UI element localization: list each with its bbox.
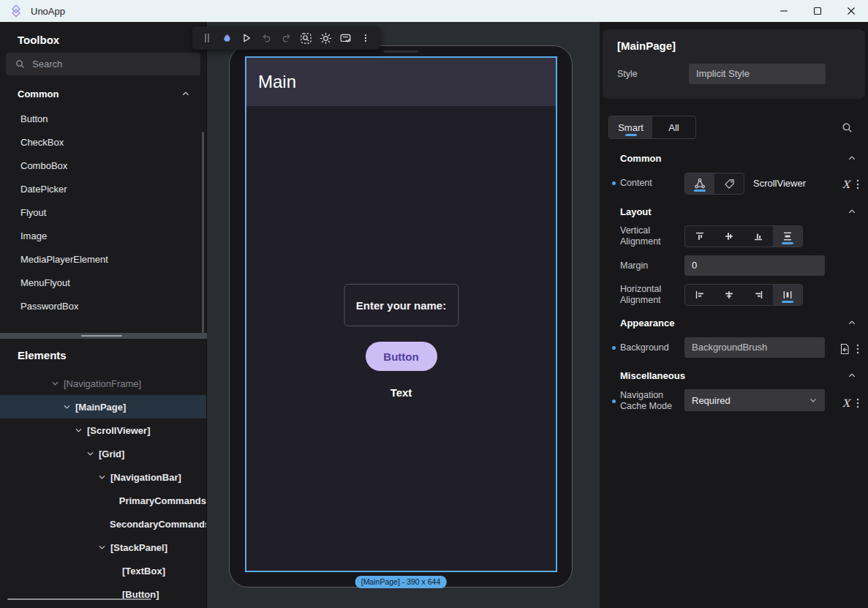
toolbox-section-common[interactable]: Common <box>0 86 206 102</box>
titlebar: UnoApp <box>0 0 868 22</box>
vertical-alignment-toggle <box>684 225 803 247</box>
selection-size-badge: [MainPage] - 390 x 644 <box>355 576 447 588</box>
chevron-down-icon[interactable] <box>98 544 110 552</box>
property-row-content: Content ScrollViewer X <box>600 173 868 195</box>
align-right-button[interactable] <box>744 285 773 305</box>
section-common[interactable]: Common <box>600 151 868 165</box>
preview-navigation-bar[interactable]: Main <box>246 58 556 106</box>
kebab-menu-icon[interactable] <box>856 344 859 354</box>
toolbox-item-datepicker[interactable]: DatePicker <box>0 178 206 201</box>
content-element-toggle[interactable] <box>685 173 714 194</box>
stretch-vertical-button[interactable] <box>773 226 802 247</box>
preview-button[interactable]: Button <box>366 342 437 371</box>
property-row-vertical-alignment: Vertical Alignment <box>600 225 868 247</box>
tree-item-primarycommands[interactable]: PrimaryCommands <box>0 489 206 512</box>
design-canvas[interactable]: Main Enter your name: Button Text [MainP… <box>207 22 600 608</box>
toolbox-item-menuflyout[interactable]: MenuFlyout <box>0 271 206 295</box>
section-miscellaneous[interactable]: Miscellaneous <box>600 368 868 383</box>
xbind-icon[interactable]: X <box>842 397 850 409</box>
undo-button[interactable] <box>258 29 274 48</box>
section-layout[interactable]: Layout <box>600 204 868 219</box>
tree-item-navigationframe[interactable]: [NavigationFrame] <box>0 372 206 395</box>
maximize-button[interactable] <box>801 0 834 22</box>
stretch-horizontal-button[interactable] <box>773 285 802 305</box>
chevron-up-icon <box>848 371 856 380</box>
toolbox-scrollbar[interactable] <box>202 132 204 333</box>
align-center-horizontal-button[interactable] <box>714 285 744 305</box>
selected-element-title: [MainPage] <box>617 40 853 52</box>
toolbox-item-mediaplayerelement[interactable]: MediaPlayerElement <box>0 248 206 271</box>
chevron-down-icon[interactable] <box>63 403 75 411</box>
tree-item-secondarycommands[interactable]: SecondaryCommands <box>0 512 206 536</box>
kebab-menu-icon[interactable] <box>856 179 859 189</box>
tree-item-navigationbar[interactable]: [NavigationBar] <box>0 465 206 489</box>
hot-reload-flame-icon[interactable] <box>219 29 235 48</box>
tab-smart[interactable]: Smart <box>609 116 652 138</box>
content-value-toggle[interactable] <box>714 173 744 194</box>
tree-item-button[interactable]: [Button] <box>0 582 206 606</box>
tree-item-grid[interactable]: [Grid] <box>0 442 206 465</box>
toolbox-item-combobox[interactable]: ComboBox <box>0 154 206 178</box>
more-menu-kebab-icon[interactable] <box>358 29 374 48</box>
horizontal-alignment-toggle <box>684 284 803 306</box>
property-search-icon[interactable] <box>841 121 853 134</box>
toolbox-item-passwordbox[interactable]: PasswordBox <box>0 295 206 318</box>
tree-item-scrollviewer[interactable]: [ScrollViewer] <box>0 419 206 442</box>
toolbox-item-checkbox[interactable]: CheckBox <box>0 131 206 154</box>
hierarchy-icon <box>694 178 706 189</box>
tree-item-stackpanel[interactable]: [StackPanel] <box>0 536 206 559</box>
inspect-element-button[interactable] <box>298 29 314 48</box>
chevron-down-icon[interactable] <box>98 473 110 481</box>
panel-splitter[interactable] <box>0 333 207 339</box>
minimize-button[interactable] <box>767 0 801 22</box>
selected-element-card: [MainPage] Style Implicit Style <box>603 29 865 99</box>
elements-panel: Elements [NavigationFrame] [MainPage] [S… <box>0 339 206 608</box>
property-inspector: [MainPage] Style Implicit Style Smart Al… <box>600 22 868 608</box>
uno-logo-icon <box>9 4 23 18</box>
search-input[interactable] <box>32 59 192 70</box>
align-left-button[interactable] <box>685 285 714 305</box>
play-button[interactable] <box>238 29 254 48</box>
chevron-up-icon <box>848 154 856 162</box>
tag-icon <box>724 179 735 189</box>
background-label: Background <box>620 337 684 353</box>
chevron-down-icon <box>809 396 818 405</box>
kebab-menu-icon[interactable] <box>856 398 859 408</box>
align-bottom-button[interactable] <box>744 226 773 247</box>
redo-button[interactable] <box>279 29 295 48</box>
tree-item-textbox[interactable]: [TextBox] <box>0 559 206 582</box>
preview-page[interactable]: Main Enter your name: Button Text <box>246 58 556 571</box>
align-center-vertical-button[interactable] <box>714 226 744 247</box>
toolbox-search[interactable] <box>6 53 200 75</box>
resource-document-icon[interactable] <box>839 343 850 355</box>
toolbox-item-button[interactable]: Button <box>0 108 206 131</box>
elements-title: Elements <box>18 349 206 361</box>
tab-all[interactable]: All <box>652 116 695 138</box>
theme-toggle-sun-icon[interactable] <box>318 29 334 48</box>
chevron-down-icon[interactable] <box>75 427 87 435</box>
style-input[interactable]: Implicit Style <box>689 64 826 84</box>
toolbar-drag-handle[interactable] <box>199 29 215 48</box>
toolbox-title: Toolbox <box>18 34 206 46</box>
section-appearance[interactable]: Appearance <box>600 315 868 330</box>
xbind-icon[interactable]: X <box>842 179 850 190</box>
navigation-cache-mode-select[interactable]: Required <box>684 389 825 411</box>
toolbox-item-image[interactable]: Image <box>0 225 206 248</box>
device-speaker <box>383 50 418 53</box>
align-top-button[interactable] <box>685 226 714 247</box>
chevron-up-icon <box>848 318 856 327</box>
tree-item-mainpage[interactable]: [MainPage] <box>0 395 206 419</box>
preview-textblock[interactable]: Text <box>390 386 412 399</box>
form-factor-checklist-icon[interactable] <box>338 29 354 48</box>
background-input[interactable]: BackgroundBrush <box>684 337 825 358</box>
toolbox-item-flyout[interactable]: Flyout <box>0 201 206 225</box>
elements-horizontal-scrollbar[interactable] <box>7 598 151 600</box>
margin-input[interactable]: 0 <box>684 255 825 276</box>
preview-textbox[interactable]: Enter your name: <box>344 284 458 326</box>
property-row-margin: Margin 0 <box>600 255 868 276</box>
chevron-down-icon[interactable] <box>51 380 64 388</box>
margin-label: Margin <box>620 255 684 271</box>
chevron-down-icon[interactable] <box>86 450 99 458</box>
horizontal-alignment-label: Horizontal Alignment <box>620 284 684 306</box>
close-button[interactable] <box>834 0 868 22</box>
